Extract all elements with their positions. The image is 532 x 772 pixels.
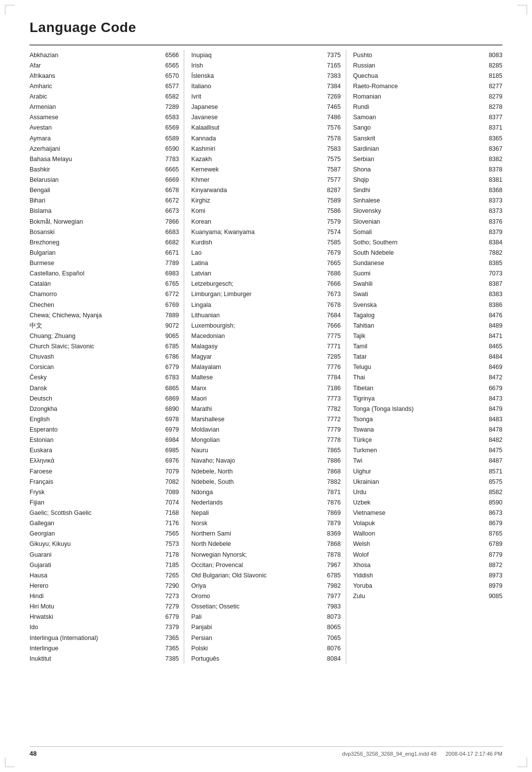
- language-name: Komi: [191, 206, 323, 215]
- language-code: 8472: [485, 373, 502, 382]
- language-code: 8765: [485, 529, 502, 538]
- language-name: Ido: [30, 623, 161, 632]
- language-name: Tswana: [353, 425, 485, 434]
- list-item: Nauru7865: [191, 445, 340, 456]
- language-code: 7465: [323, 102, 341, 111]
- language-code: 6673: [161, 206, 179, 215]
- list-item: Serbian8382: [353, 154, 502, 164]
- list-item: Gaelic; Scottish Gaelic7168: [30, 508, 179, 518]
- language-name: Javanese: [191, 113, 323, 122]
- list-item: Bashkir6665: [30, 164, 179, 174]
- list-item: Tatar8484: [353, 352, 502, 362]
- language-code: 7079: [161, 467, 179, 476]
- language-code: 7871: [323, 488, 341, 497]
- language-name: Marshallese: [191, 415, 323, 424]
- language-code: 6779: [161, 363, 179, 371]
- list-item: Northern Sami8369: [191, 529, 340, 539]
- list-item: Tswana8478: [353, 425, 502, 435]
- language-name: Lithuanian: [191, 311, 323, 320]
- language-name: Tamil: [353, 342, 485, 351]
- list-item: Turkmen8475: [353, 445, 502, 456]
- list-item: Shqip8381: [353, 175, 502, 185]
- language-code: 6569: [161, 123, 179, 132]
- language-code: 7279: [161, 602, 179, 611]
- language-name: Sinhalese: [353, 196, 485, 205]
- language-code: 6978: [161, 415, 179, 424]
- language-name: Occitan; Provencal: [191, 561, 323, 570]
- language-code: 8979: [485, 581, 502, 590]
- language-name: Chuang; Zhuang: [30, 332, 161, 340]
- list-item: Quechua8185: [353, 70, 502, 81]
- list-item: Afrikaans6570: [30, 70, 179, 81]
- language-code: 8478: [485, 425, 502, 434]
- list-item: Kinyarwanda8287: [191, 185, 340, 196]
- list-item: Suomi7073: [353, 269, 502, 279]
- list-item: Russian8285: [353, 60, 502, 70]
- list-item: Georgian7565: [30, 529, 179, 539]
- language-code: 6682: [161, 238, 179, 247]
- list-item: Hindi7273: [30, 591, 179, 602]
- language-code: 8285: [485, 61, 502, 70]
- list-item: Manx7186: [191, 383, 340, 393]
- language-code: 7882: [323, 477, 341, 486]
- language-code: 8779: [485, 550, 502, 559]
- list-item: Afar6565: [30, 60, 179, 70]
- list-item: Romanian8279: [353, 92, 502, 102]
- language-code: 6985: [161, 446, 179, 455]
- language-code: 7589: [323, 196, 341, 205]
- language-code: 6669: [161, 175, 179, 184]
- list-item: Abkhazian6566: [30, 50, 179, 60]
- list-item: Latina7665: [191, 258, 340, 269]
- language-code: 7772: [323, 415, 341, 424]
- language-code: 8679: [485, 519, 502, 528]
- language-name: Ivrit: [191, 92, 323, 101]
- language-code: 6785: [161, 342, 179, 351]
- language-code: 7168: [161, 508, 179, 517]
- language-code: 7886: [323, 456, 341, 465]
- language-name: Sanskrit: [353, 134, 485, 143]
- page: Language Code Abkhazian6566Afar6565Afrik…: [0, 0, 532, 772]
- language-code: 8387: [485, 279, 502, 288]
- list-item: Sundanese8385: [353, 258, 502, 269]
- language-code: 8973: [485, 571, 502, 580]
- language-code: 7679: [323, 248, 341, 257]
- list-item: Bosanski6683: [30, 227, 179, 237]
- language-code: 8373: [485, 196, 502, 205]
- language-name: Rundi: [353, 102, 485, 111]
- list-item: Irish7165: [191, 60, 340, 70]
- list-item: Shona8378: [353, 164, 502, 174]
- language-name: Old Bulgarian; Old Slavonic: [191, 571, 323, 580]
- language-code: 7165: [323, 61, 341, 70]
- language-code: 6765: [161, 279, 179, 288]
- language-code: 6583: [161, 113, 179, 122]
- language-name: Kashmiri: [191, 144, 323, 153]
- list-item: Macedonian7775: [191, 331, 340, 341]
- list-item: Tagalog8476: [353, 310, 502, 320]
- language-name: Azerhaijani: [30, 144, 161, 153]
- language-name: Church Slavic; Slavonic: [30, 342, 161, 351]
- list-item: Interlingue7365: [30, 643, 179, 653]
- list-item: Azerhaijani6590: [30, 143, 179, 154]
- language-code: 8377: [485, 113, 502, 122]
- list-item: Khmer7577: [191, 175, 340, 185]
- language-name: Česky: [30, 373, 161, 382]
- language-code: 8673: [485, 508, 502, 517]
- language-name: Zulu: [353, 592, 485, 601]
- language-code: 9065: [161, 332, 179, 340]
- language-name: Gallegan: [30, 519, 161, 528]
- list-item: Somali8379: [353, 227, 502, 237]
- list-item: Hrwatski6779: [30, 612, 179, 622]
- language-code: 8385: [485, 259, 502, 268]
- list-item: Kalaallisut7576: [191, 123, 340, 133]
- language-code: 6772: [161, 290, 179, 299]
- list-item: Magyar7285: [191, 352, 340, 362]
- list-item: Assamese6583: [30, 112, 179, 123]
- language-code: 8083: [485, 51, 502, 60]
- language-code: 8367: [485, 144, 502, 153]
- language-name: Chamorro: [30, 290, 161, 299]
- page-footer: 48 dvp3256_3258_3268_94_eng1.indd 48 200…: [30, 746, 502, 757]
- list-item: Herero7290: [30, 580, 179, 591]
- language-code: 7779: [323, 425, 341, 434]
- list-item: Ido7379: [30, 622, 179, 633]
- language-name: Twi: [353, 456, 485, 465]
